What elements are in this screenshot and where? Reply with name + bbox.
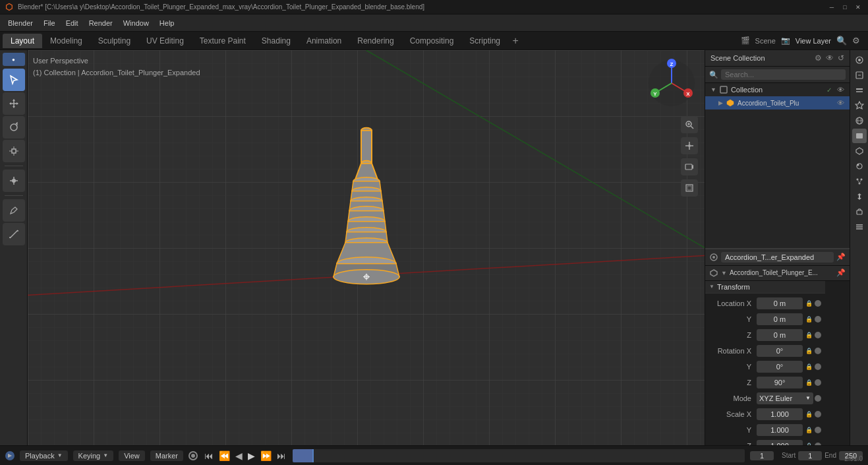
material-props-tab[interactable] [852,159,867,173]
rotation-y-keyframe-dot[interactable] [815,363,821,370]
location-x-keyframe-dot[interactable] [815,300,821,307]
tab-layout[interactable]: Layout [3,34,42,48]
zoom-in-icon[interactable] [681,116,698,133]
rotation-x-value[interactable]: 0° [757,345,803,357]
playback-menu[interactable]: Playback ▼ [20,450,68,461]
scale-y-lock-icon[interactable]: 🔒 [804,425,813,435]
menu-render[interactable]: Render [84,17,118,29]
tab-texture-paint[interactable]: Texture Paint [192,34,254,48]
select-tool-button[interactable] [3,69,25,91]
object-visibility-icon[interactable]: 👁 [837,99,844,107]
move-tool-button[interactable] [3,92,25,115]
particles-props-tab[interactable] [852,174,867,189]
location-x-lock-icon[interactable]: 🔒 [804,299,813,308]
filter-icon[interactable]: ⚙ [852,36,860,46]
menu-help[interactable]: Help [154,17,180,29]
rotation-mode-select[interactable]: XYZ Euler ▼ [757,392,813,404]
rotation-y-lock-icon[interactable]: 🔒 [804,362,813,371]
rotation-x-keyframe-dot[interactable] [815,348,821,354]
filter-icon-sm[interactable]: ⚙ [815,53,822,63]
menu-edit[interactable]: Edit [61,17,84,29]
eye-icon-scene[interactable]: 👁 [826,53,834,63]
marker-menu[interactable]: Marker [150,450,183,461]
timeline-type-icon[interactable]: ▶ [5,451,14,460]
pan-icon[interactable] [681,137,698,154]
tab-shading[interactable]: Shading [254,34,299,48]
tab-compositing[interactable]: Compositing [402,34,462,48]
location-z-keyframe-dot[interactable] [815,332,821,338]
scale-z-lock-icon[interactable]: 🔒 [804,441,813,446]
collection-check-icon[interactable]: ✓ [826,86,832,94]
pin-icon[interactable]: 📌 [836,253,846,261]
rotation-y-value[interactable]: 0° [757,361,803,373]
mesh-props-tab[interactable] [852,144,867,158]
collection-item-root[interactable]: ▼ Collection ✓ 👁 [705,83,850,96]
render-props-tab[interactable] [852,53,867,67]
navigation-gizmo[interactable]: Z X Y [645,57,698,109]
physics-props-tab[interactable] [852,189,867,204]
scale-x-keyframe-dot[interactable] [815,411,821,418]
scale-z-value[interactable]: 1.000 [757,440,803,446]
jump-end-button[interactable]: ⏭ [275,449,287,462]
tab-animation[interactable]: Animation [299,34,349,48]
jump-start-button[interactable]: ⏮ [203,449,215,462]
timeline-scrubber[interactable] [293,449,745,462]
step-back-button[interactable]: ⏪ [217,449,231,462]
scale-tool-button[interactable] [3,140,25,162]
camera-icon[interactable] [681,158,698,175]
object-name-input[interactable] [721,252,834,263]
ortho-icon[interactable] [681,179,698,197]
constraints-props-tab[interactable] [852,204,867,219]
modifiers-props-tab[interactable] [852,220,867,234]
play-button[interactable]: ▶ [246,449,256,462]
view-layer-props-tab[interactable] [852,83,867,98]
location-y-keyframe-dot[interactable] [815,316,821,323]
rotation-z-value[interactable]: 90° [757,377,803,388]
search-icon[interactable]: 🔍 [836,36,847,46]
scale-y-value[interactable]: 1.000 [757,424,803,436]
measure-tool-button[interactable] [3,223,25,245]
scale-y-keyframe-dot[interactable] [815,427,821,433]
tab-scripting[interactable]: Scripting [461,34,508,48]
mode-keyframe-dot[interactable] [815,395,821,402]
step-forward-button[interactable]: ⏩ [259,449,273,462]
output-props-tab[interactable] [852,68,867,82]
tab-modeling[interactable]: Modeling [42,34,90,48]
rotation-z-lock-icon[interactable]: 🔒 [804,378,813,387]
current-frame-display[interactable]: 1 [750,451,774,460]
location-y-lock-icon[interactable]: 🔒 [804,315,813,324]
view-menu-timeline[interactable]: View [119,450,145,461]
viewport[interactable]: Object Mode ▼ View Select Add Object [28,50,705,445]
menu-blender[interactable]: Blender [3,17,38,29]
location-x-value[interactable]: 0 m [757,297,803,309]
transform-tool-button[interactable] [3,170,25,192]
scale-x-lock-icon[interactable]: 🔒 [804,410,813,419]
record-button[interactable] [188,451,198,460]
tab-rendering[interactable]: Rendering [349,34,401,48]
close-button[interactable]: ✕ [854,3,863,12]
menu-file[interactable]: File [38,17,61,29]
accordion-object-item[interactable]: ▶ Accordion_Toilet_Plu 👁 [705,96,850,109]
scale-z-keyframe-dot[interactable] [815,443,821,446]
data-pin-icon[interactable]: 📌 [836,268,846,277]
maximize-button[interactable]: □ [840,3,850,12]
minimize-button[interactable]: ─ [827,3,836,12]
object-props-tab[interactable] [852,129,867,143]
transform-section-header[interactable]: ▼ Transform [705,281,825,294]
refresh-icon[interactable]: ↺ [838,53,844,63]
start-frame-input[interactable]: 1 [798,451,822,460]
outliner-search-input[interactable] [721,69,846,80]
world-props-tab[interactable] [852,113,867,128]
tab-uv-editing[interactable]: UV Editing [138,34,192,48]
keying-menu[interactable]: Keying ▼ [73,450,114,461]
location-z-lock-icon[interactable]: 🔒 [804,330,813,340]
location-z-value[interactable]: 0 m [757,329,803,341]
add-workspace-button[interactable]: + [508,34,523,48]
play-reverse-button[interactable]: ◀ [234,449,244,462]
menu-window[interactable]: Window [118,17,154,29]
scene-props-tab[interactable] [852,98,867,113]
tab-sculpting[interactable]: Sculpting [90,34,138,48]
rotate-tool-button[interactable] [3,116,25,139]
location-y-value[interactable]: 0 m [757,313,803,325]
collection-visibility-icon[interactable]: 👁 [837,86,844,94]
